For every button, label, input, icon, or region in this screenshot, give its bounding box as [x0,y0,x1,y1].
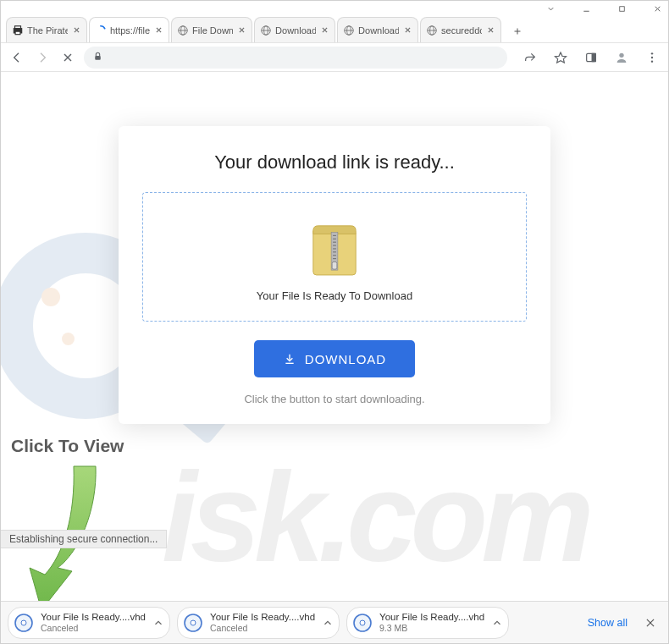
svg-rect-6 [15,31,20,35]
downloads-bar: Your File Is Ready....vhd Canceled Your … [1,601,668,643]
tab-3[interactable]: Download [254,17,335,42]
forward-button[interactable] [33,48,52,67]
tab-close-icon[interactable] [71,25,81,36]
tab-title: Download [275,25,316,36]
window-close-icon[interactable] [651,3,663,14]
svg-marker-36 [555,52,566,63]
tab-title: Download [358,25,399,36]
globe-icon [260,25,272,36]
svg-point-41 [651,52,653,54]
tab-close-icon[interactable] [319,25,329,36]
new-tab-button[interactable] [506,20,528,42]
download-status: Canceled [41,623,146,633]
tab-0[interactable]: The Pirate [6,17,87,42]
tab-search-dropdown-icon[interactable] [545,3,556,14]
svg-rect-53 [332,261,337,269]
tab-title: File Downl [192,25,233,36]
side-panel-icon[interactable] [582,48,600,67]
card-heading: Your download link is ready... [142,151,527,173]
tab-title: secureddo [441,25,482,36]
status-text: Establishing secure connection... [9,533,158,545]
tab-1[interactable]: https://file [89,17,169,42]
tab-2[interactable]: File Downl [171,17,252,42]
download-filename: Your File Is Ready....vhd [210,612,315,623]
file-disc-icon [352,613,373,633]
loading-spinner-icon [95,25,107,36]
file-disc-icon [14,613,34,633]
download-button[interactable]: DOWNLOAD [254,340,415,377]
lock-icon [92,50,103,65]
downloads-bar-close-icon[interactable] [644,617,656,629]
tab-title: https://file [110,25,150,36]
svg-point-40 [619,52,623,57]
svg-rect-39 [592,53,595,61]
tab-close-icon[interactable] [153,25,163,36]
ready-text: Your File Is Ready To Download [257,289,412,302]
status-bar: Establishing secure connection... [1,530,167,548]
card-hint: Click the button to start downloading. [142,393,527,405]
profile-avatar-icon[interactable] [612,48,631,67]
show-all-downloads-link[interactable]: Show all [583,614,633,632]
chevron-up-icon[interactable] [322,617,334,629]
download-item-1[interactable]: Your File Is Ready....vhd Canceled [177,607,340,639]
share-icon[interactable] [521,48,539,67]
back-button[interactable] [8,48,26,67]
zip-folder-icon [308,217,361,278]
svg-point-42 [651,56,653,58]
tab-strip: The Pirate https://file File Downl Downl… [1,16,668,43]
download-button-label: DOWNLOAD [305,352,386,366]
globe-icon [343,25,355,36]
window-maximize-icon[interactable] [616,3,628,14]
tab-title: The Pirate [27,25,68,36]
bookmark-star-icon[interactable] [551,48,570,67]
svg-rect-1 [619,6,624,11]
svg-point-43 [651,60,653,62]
globe-icon [177,25,189,36]
chevron-up-icon[interactable] [152,617,164,629]
tab-close-icon[interactable] [236,25,246,36]
page-content: isk.com Your download link is ready... Y… [1,72,668,601]
download-filename: Your File Is Ready....vhd [379,612,484,623]
tab-close-icon[interactable] [402,25,412,36]
file-disc-icon [183,613,203,633]
tab-4[interactable]: Download [337,17,418,42]
svg-point-60 [360,620,365,625]
download-card: Your download link is ready... Your File… [119,126,550,424]
file-preview-box: Your File Is Ready To Download [142,192,527,322]
window-minimize-icon[interactable] [580,3,592,14]
click-to-view-label: Click To View [11,436,124,456]
chevron-up-icon[interactable] [491,617,503,629]
download-item-0[interactable]: Your File Is Ready....vhd Canceled [8,607,170,639]
svg-rect-35 [95,55,101,59]
browser-window: The Pirate https://file File Downl Downl… [0,0,669,644]
menu-kebab-icon[interactable] [643,48,661,67]
window-titlebar [1,1,668,16]
toolbar [1,43,668,72]
toolbar-right [521,48,661,67]
tab-5[interactable]: secureddo [420,17,501,42]
watermark-text: isk.com [162,444,588,591]
address-bar[interactable] [84,47,507,69]
globe-icon [426,25,438,36]
svg-point-58 [191,620,196,625]
printer-icon [12,25,24,36]
download-item-2[interactable]: Your File Is Ready....vhd 9.3 MB [346,607,509,639]
download-icon [283,352,296,366]
svg-point-56 [21,620,26,625]
stop-reload-button[interactable] [58,48,77,67]
download-status: Canceled [210,623,315,633]
tab-close-icon[interactable] [485,25,495,36]
download-filename: Your File Is Ready....vhd [41,612,146,623]
download-status: 9.3 MB [379,623,484,633]
